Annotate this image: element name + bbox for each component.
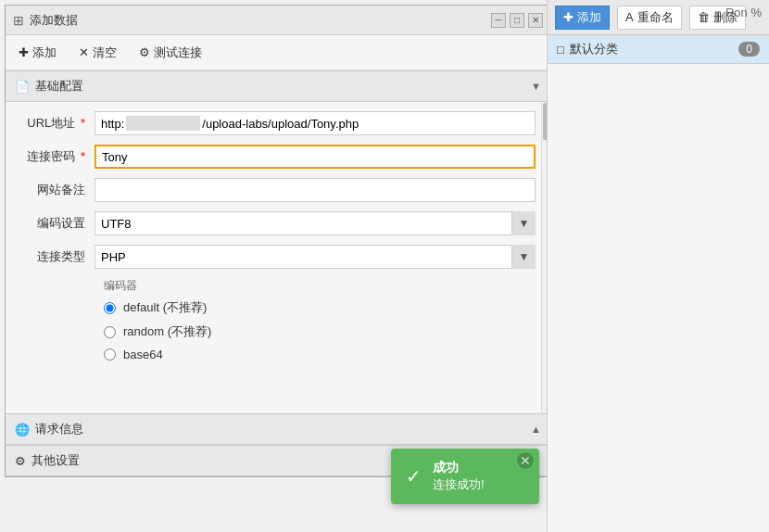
url-label: URL地址 * xyxy=(20,115,95,132)
type-select-wrapper: PHP ASP ASPX JSP ▼ xyxy=(95,245,536,269)
encoder-base64-label: base64 xyxy=(123,348,163,361)
url-suffix: /upload-labs/upload/Tony.php xyxy=(202,117,359,131)
encoding-select[interactable]: UTF8 GBK UTF-16 xyxy=(95,211,536,235)
test-icon: ⚙ xyxy=(139,45,150,59)
user-label: Ron % xyxy=(725,6,762,19)
encoder-default-radio[interactable] xyxy=(104,302,116,314)
right-add-icon: ✚ xyxy=(563,10,574,24)
toast-close-button[interactable]: ✕ xyxy=(517,452,534,469)
user-info: Ron % xyxy=(725,6,762,19)
password-row: 连接密码 * xyxy=(20,145,536,169)
request-info-chevron: ▲ xyxy=(531,424,541,435)
basic-config-title-area: 📄 基础配置 xyxy=(15,78,83,95)
encoder-section-label: 编码器 xyxy=(104,278,536,294)
add-icon: ✚ xyxy=(19,45,29,59)
note-input[interactable] xyxy=(95,178,536,202)
dialog-icon: ⊞ xyxy=(13,13,24,28)
password-required: * xyxy=(81,149,85,163)
close-button[interactable]: ✕ xyxy=(528,13,543,28)
toast-title: 成功 xyxy=(433,460,485,476)
password-label: 连接密码 * xyxy=(20,148,95,165)
titlebar-controls: ─ □ ✕ xyxy=(491,13,543,28)
request-info-icon: 🌐 xyxy=(15,423,30,437)
category-folder-icon: □ xyxy=(557,43,564,57)
basic-config-icon: 📄 xyxy=(15,80,30,94)
other-settings-title: 其他设置 xyxy=(32,452,80,469)
category-count: 0 xyxy=(738,42,760,57)
add-button[interactable]: ✚ 添加 xyxy=(15,43,60,63)
encoder-base64-row: base64 xyxy=(104,348,536,361)
encoder-default-label: default (不推荐) xyxy=(123,299,207,316)
toast-check-icon: ✓ xyxy=(406,465,422,488)
minimize-button[interactable]: ─ xyxy=(491,13,506,28)
encoder-random-label: random (不推荐) xyxy=(123,323,211,340)
success-toast: ✓ 成功 连接成功! ✕ xyxy=(391,449,539,504)
encoder-random-radio[interactable] xyxy=(104,326,116,338)
request-info-title-area: 🌐 请求信息 xyxy=(15,421,83,437)
category-label: 默认分类 xyxy=(570,41,618,57)
dialog-title-text: 添加数据 xyxy=(30,12,78,29)
form-content: URL地址 * http: /upload-labs/upload/Tony.p… xyxy=(6,102,550,378)
right-delete-icon: 🗑 xyxy=(698,10,710,24)
right-add-label: 添加 xyxy=(577,9,601,26)
url-blurred-section xyxy=(126,116,200,131)
toast-message: 连接成功! xyxy=(433,476,485,493)
right-rename-button[interactable]: A 重命名 xyxy=(617,6,682,30)
clear-icon: ✕ xyxy=(79,45,89,59)
password-input[interactable] xyxy=(95,145,536,169)
form-scroll-area: URL地址 * http: /upload-labs/upload/Tony.p… xyxy=(6,102,550,413)
encoder-default-row: default (不推荐) xyxy=(104,299,536,316)
test-connection-button[interactable]: ⚙ 测试连接 xyxy=(135,43,206,63)
encoding-label: 编码设置 xyxy=(20,215,95,232)
url-input[interactable]: http: /upload-labs/upload/Tony.php xyxy=(95,111,536,135)
encoding-select-wrapper: UTF8 GBK UTF-16 ▼ xyxy=(95,211,536,235)
basic-config-title: 基础配置 xyxy=(35,78,83,95)
basic-config-header[interactable]: 📄 基础配置 ▼ xyxy=(6,70,550,102)
right-rename-label: 重命名 xyxy=(637,9,674,26)
note-label: 网站备注 xyxy=(20,182,95,198)
dialog-title: ⊞ 添加数据 xyxy=(13,12,78,29)
url-row: URL地址 * http: /upload-labs/upload/Tony.p… xyxy=(20,111,536,135)
request-info-title: 请求信息 xyxy=(35,421,83,437)
type-row: 连接类型 PHP ASP ASPX JSP ▼ xyxy=(20,245,536,269)
type-select[interactable]: PHP ASP ASPX JSP xyxy=(95,245,536,269)
default-category-item[interactable]: □ 默认分类 0 xyxy=(548,35,769,64)
note-row: 网站备注 xyxy=(20,178,536,202)
request-info-header[interactable]: 🌐 请求信息 ▲ xyxy=(6,413,550,445)
url-required: * xyxy=(81,116,85,130)
toast-text: 成功 连接成功! xyxy=(433,460,485,493)
maximize-button[interactable]: □ xyxy=(510,13,524,28)
dialog-toolbar: ✚ 添加 ✕ 清空 ⚙ 测试连接 xyxy=(6,35,550,70)
encoder-random-row: random (不推荐) xyxy=(104,323,536,340)
right-rename-icon: A xyxy=(625,10,634,24)
basic-config-chevron: ▼ xyxy=(531,81,541,92)
type-label: 连接类型 xyxy=(20,248,95,265)
encoding-row: 编码设置 UTF8 GBK UTF-16 ▼ xyxy=(20,211,536,235)
encoder-base64-radio[interactable] xyxy=(104,348,116,361)
other-settings-icon: ⚙ xyxy=(15,454,26,468)
clear-button[interactable]: ✕ 清空 xyxy=(75,43,120,63)
right-panel: Ron % ✚ 添加 A 重命名 🗑 删除 □ 默认分类 0 xyxy=(547,0,769,532)
url-prefix: http: xyxy=(101,117,124,131)
right-add-button[interactable]: ✚ 添加 xyxy=(555,6,610,30)
category-item-left: □ 默认分类 xyxy=(557,41,618,57)
other-settings-title-area: ⚙ 其他设置 xyxy=(15,452,80,469)
add-data-dialog: ⊞ 添加数据 ─ □ ✕ ✚ 添加 ✕ 清空 ⚙ 测试连接 xyxy=(5,5,551,477)
dialog-titlebar: ⊞ 添加数据 ─ □ ✕ xyxy=(6,6,550,35)
